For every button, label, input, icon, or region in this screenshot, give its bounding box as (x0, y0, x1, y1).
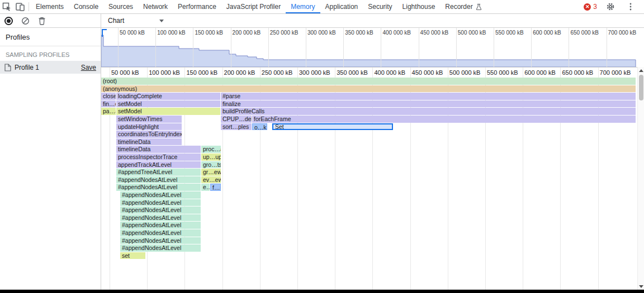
tab-label: Network (143, 3, 168, 11)
tab-security[interactable]: Security (363, 0, 397, 13)
flame-bar[interactable]: ev…ew (201, 176, 221, 184)
flame-bar[interactable]: gr…ew (201, 169, 221, 176)
flame-bar[interactable]: updateHighlight (116, 123, 182, 131)
axis-label: 400 000 kB (374, 69, 405, 76)
profile-document-icon (4, 64, 11, 71)
flame-bar[interactable]: #appendNodesAtLevel (120, 206, 201, 214)
flame-bar[interactable]: setModel (116, 108, 220, 115)
flame-bar[interactable]: coordinatesToEntryIndex (116, 131, 182, 138)
gridline (118, 28, 119, 67)
flame-bar[interactable]: finalize (221, 100, 636, 108)
flame-bar[interactable]: sort…ples (221, 123, 252, 131)
flame-bar[interactable]: #appendNodesAtLevel (120, 214, 201, 222)
settings-gear-icon[interactable] (604, 0, 617, 13)
tab-javascript-profiler[interactable]: JavaScript Profiler (221, 0, 286, 13)
axis-label: 600 000 kB (533, 30, 561, 36)
tab-application[interactable]: Application (320, 0, 363, 13)
axis-label: 450 000 kB (420, 30, 449, 36)
axis-label: 100 000 kB (149, 69, 180, 76)
flame-bar[interactable]: up…up (201, 153, 221, 161)
tab-lighthouse[interactable]: Lighthouse (397, 0, 441, 13)
flame-bar[interactable]: Set (272, 123, 393, 131)
tab-label: Security (368, 3, 392, 11)
vertical-scrollbar[interactable] (637, 67, 644, 290)
gridline (456, 28, 457, 67)
tab-label: Console (74, 3, 98, 11)
device-toolbar-icon[interactable] (13, 0, 27, 13)
axis-label: 650 000 kB (570, 30, 599, 36)
flame-bar[interactable]: #appendNodesAtLevel (120, 191, 201, 199)
tab-sources[interactable]: Sources (103, 0, 138, 13)
flame-bar[interactable]: fin…ce (101, 100, 116, 108)
flame-bar[interactable]: set (120, 252, 145, 260)
scrollbar-thumb[interactable] (639, 75, 643, 100)
error-count-badge[interactable]: ✕ 3 (584, 3, 597, 11)
flame-bar[interactable]: (anonymous) (101, 85, 636, 93)
flame-bars-layer: (root)(anonymous)closeloadingComplete#pa… (101, 78, 637, 290)
flame-bar[interactable]: CPUP…del (221, 116, 252, 123)
flame-bar[interactable]: pa…at (101, 108, 116, 115)
clear-profiles-icon[interactable] (21, 14, 30, 27)
tab-console[interactable]: Console (69, 0, 103, 13)
tab-network[interactable]: Network (138, 0, 173, 13)
flame-bar[interactable]: #appendNodesAtLevel (120, 244, 201, 252)
flame-bar[interactable]: gro…ts (201, 161, 221, 169)
flame-bar[interactable]: #appendNodesAtLevel (120, 237, 201, 244)
scroll-up-button[interactable] (638, 67, 644, 74)
axis-label: 150 000 kB (195, 30, 223, 36)
flame-bar[interactable]: #parse (221, 93, 636, 100)
record-heap-profile-button[interactable] (4, 17, 13, 25)
tab-recorder[interactable]: Recorder (440, 0, 486, 13)
axis-label: 250 000 kB (262, 69, 293, 76)
flame-bar[interactable]: appendTrackAtLevel (116, 161, 201, 169)
gridline (268, 28, 269, 67)
flame-bar[interactable]: o…k (252, 123, 267, 131)
flame-bar[interactable]: (root) (101, 78, 636, 85)
window-bottom-edge (0, 290, 644, 293)
flame-bar[interactable]: setModel (116, 100, 220, 108)
flame-bar[interactable]: processInspectorTrace (116, 153, 201, 161)
error-icon: ✕ (584, 3, 591, 11)
flame-bar[interactable]: #appendNodesAtLevel (120, 199, 201, 206)
chevron-down-icon (159, 20, 164, 22)
tab-label: Application (325, 3, 358, 11)
view-mode-select[interactable]: Chart (106, 15, 166, 26)
sidebar-item-profile-1[interactable]: Profile 1 Save (0, 61, 101, 74)
scroll-down-button[interactable] (638, 283, 644, 290)
flame-bar[interactable]: setWindowTimes (116, 116, 182, 123)
flame-bar[interactable]: #appendTreeAtLevel (116, 169, 201, 176)
tab-label: Performance (178, 3, 216, 11)
axis-label: 550 000 kB (495, 30, 524, 36)
gridline (193, 28, 193, 67)
more-options-kebab-icon[interactable] (624, 0, 637, 13)
flame-bar[interactable]: #appendNodesAtLevel (120, 229, 201, 237)
flame-bar[interactable]: f…r (210, 184, 221, 191)
axis-label: 200 000 kB (224, 69, 255, 76)
flame-bar[interactable]: timelineData (116, 146, 201, 153)
tab-memory[interactable]: Memory (286, 0, 320, 13)
gridline (306, 28, 306, 67)
save-profile-link[interactable]: Save (81, 64, 96, 71)
flame-bar[interactable]: timelineData (116, 138, 182, 146)
flame-bar[interactable]: loadingComplete (116, 93, 220, 100)
tab-performance[interactable]: Performance (173, 0, 221, 13)
inspect-element-icon[interactable] (0, 0, 13, 13)
overview-left-drag-handle[interactable] (102, 29, 107, 37)
trash-icon[interactable] (38, 14, 46, 27)
gridline (381, 28, 381, 67)
flame-bar[interactable]: #appendNodesAtLevel (116, 184, 201, 191)
flame-bar[interactable]: e… (201, 184, 210, 191)
gridline (607, 28, 607, 67)
axis-label: 200 000 kB (233, 30, 261, 36)
sidebar-heading: Profiles (0, 28, 101, 46)
flame-bar[interactable]: close (101, 93, 116, 100)
memory-overview[interactable]: 50 000 kB100 000 kB150 000 kB200 000 kB2… (101, 28, 637, 68)
flame-bar[interactable]: #appendNodesAtLevel (120, 222, 201, 229)
error-count: 3 (593, 3, 597, 11)
flame-bar[interactable]: #appendNodesAtLevel (116, 176, 201, 184)
flame-bar[interactable]: proc…ata (201, 146, 221, 153)
tab-elements[interactable]: Elements (31, 0, 69, 13)
tab-label: Sources (108, 3, 133, 11)
flame-bar[interactable]: forEachFrame (252, 116, 636, 123)
flame-bar[interactable]: buildProfileCalls (221, 108, 636, 115)
